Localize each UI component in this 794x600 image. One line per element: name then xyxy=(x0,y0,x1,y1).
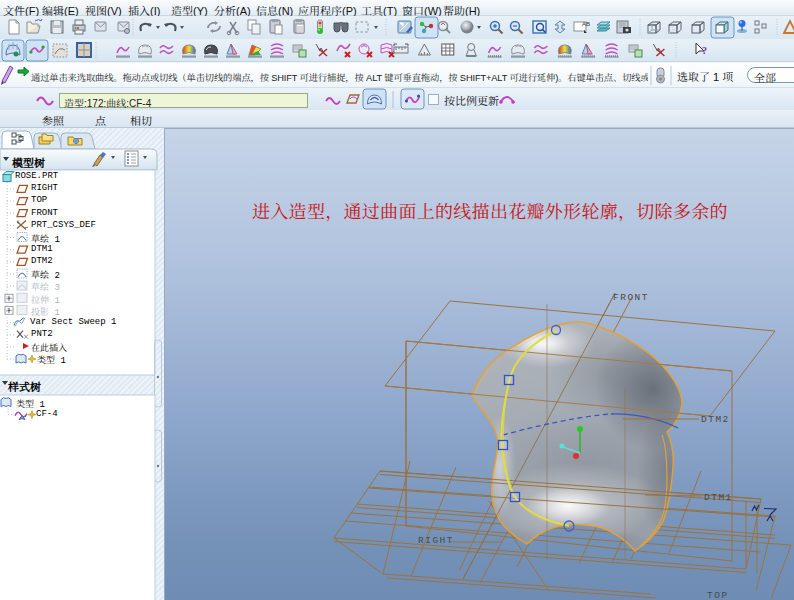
svg-text:AB: AB xyxy=(582,21,590,27)
svg-text:?: ? xyxy=(702,45,707,56)
svg-text:DTM1: DTM1 xyxy=(704,492,733,503)
svg-text:RIGHT: RIGHT xyxy=(418,535,454,546)
svg-text:TOP: TOP xyxy=(707,590,729,600)
svg-text:FRONT: FRONT xyxy=(613,292,649,303)
svg-text:DTM2: DTM2 xyxy=(701,414,730,425)
